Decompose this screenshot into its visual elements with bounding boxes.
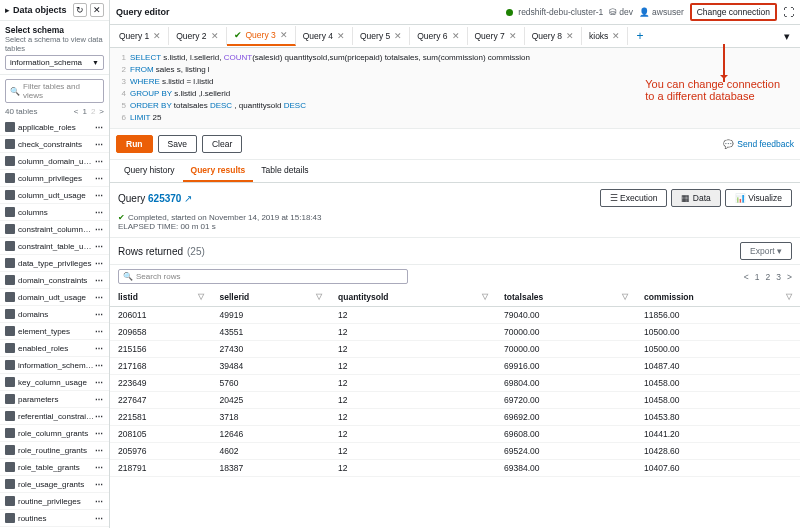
table-item[interactable]: applicable_roles⋯: [0, 119, 109, 136]
query-tab[interactable]: Query 8✕: [525, 27, 582, 45]
change-connection-button[interactable]: Change connection: [690, 3, 777, 21]
close-tab-icon[interactable]: ✕: [452, 31, 460, 41]
table-row[interactable]: 208105126461269608.0010441.20: [110, 426, 800, 443]
cluster-link[interactable]: redshift-debu-cluster-1: [506, 7, 603, 17]
table-item[interactable]: domains⋯: [0, 306, 109, 323]
sort-icon[interactable]: ▽: [482, 292, 488, 301]
close-tab-icon[interactable]: ✕: [612, 31, 620, 41]
page-prev[interactable]: <: [74, 107, 79, 116]
save-button[interactable]: Save: [158, 135, 197, 153]
table-row[interactable]: 215156274301270000.0010500.00: [110, 341, 800, 358]
table-menu-icon[interactable]: ⋯: [95, 123, 104, 132]
table-item[interactable]: role_routine_grants⋯: [0, 442, 109, 459]
table-menu-icon[interactable]: ⋯: [95, 514, 104, 523]
external-link-icon[interactable]: ↗: [184, 193, 192, 204]
filter-input[interactable]: 🔍 Filter tables and views: [5, 79, 104, 103]
table-item[interactable]: domain_constraints⋯: [0, 272, 109, 289]
table-menu-icon[interactable]: ⋯: [95, 429, 104, 438]
table-menu-icon[interactable]: ⋯: [95, 208, 104, 217]
sort-icon[interactable]: ▽: [786, 292, 792, 301]
table-menu-icon[interactable]: ⋯: [95, 174, 104, 183]
table-row[interactable]: 218791183871269384.0010407.60: [110, 460, 800, 477]
table-item[interactable]: routine_privileges⋯: [0, 493, 109, 510]
table-menu-icon[interactable]: ⋯: [95, 191, 104, 200]
table-item[interactable]: constraint_column_usage⋯: [0, 221, 109, 238]
table-item[interactable]: constraint_table_usage⋯: [0, 238, 109, 255]
table-item[interactable]: element_types⋯: [0, 323, 109, 340]
execution-button[interactable]: ☰ Execution: [600, 189, 668, 207]
table-menu-icon[interactable]: ⋯: [95, 140, 104, 149]
sql-editor[interactable]: 123456 SELECT s.listid, l.sellerid, COUN…: [110, 48, 800, 129]
database-link[interactable]: ⛁ dev: [609, 7, 633, 17]
table-menu-icon[interactable]: ⋯: [95, 310, 104, 319]
data-button[interactable]: ▦ Data: [671, 189, 720, 207]
page-1[interactable]: 1: [755, 272, 760, 282]
table-item[interactable]: column_privileges⋯: [0, 170, 109, 187]
page-3[interactable]: 3: [776, 272, 781, 282]
schema-select[interactable]: information_schema ▼: [5, 55, 104, 70]
query-tab[interactable]: kioks✕: [582, 27, 628, 45]
table-item[interactable]: data_type_privileges⋯: [0, 255, 109, 272]
table-item[interactable]: routines⋯: [0, 510, 109, 527]
table-item[interactable]: role_column_grants⋯: [0, 425, 109, 442]
table-menu-icon[interactable]: ⋯: [95, 344, 104, 353]
sort-icon[interactable]: ▽: [198, 292, 204, 301]
sort-icon[interactable]: ▽: [316, 292, 322, 301]
column-header[interactable]: commission▽: [636, 288, 800, 307]
table-item[interactable]: enabled_roles⋯: [0, 340, 109, 357]
table-item[interactable]: referential_constraints⋯: [0, 408, 109, 425]
table-item[interactable]: check_constraints⋯: [0, 136, 109, 153]
table-row[interactable]: 217168394841269916.0010487.40: [110, 358, 800, 375]
table-item[interactable]: column_udt_usage⋯: [0, 187, 109, 204]
query-id-link[interactable]: 625370: [148, 193, 181, 204]
close-panel-icon[interactable]: ✕: [90, 3, 104, 17]
table-item[interactable]: domain_udt_usage⋯: [0, 289, 109, 306]
table-menu-icon[interactable]: ⋯: [95, 225, 104, 234]
table-row[interactable]: 20597646021269524.0010428.60: [110, 443, 800, 460]
table-row[interactable]: 22158137181269692.0010453.80: [110, 409, 800, 426]
tab-query-history[interactable]: Query history: [116, 160, 183, 182]
table-item[interactable]: parameters⋯: [0, 391, 109, 408]
refresh-icon[interactable]: ↻: [73, 3, 87, 17]
column-header[interactable]: totalsales▽: [496, 288, 636, 307]
search-rows-input[interactable]: 🔍Search rows: [118, 269, 408, 284]
table-row[interactable]: 22364957601269804.0010458.00: [110, 375, 800, 392]
table-menu-icon[interactable]: ⋯: [95, 361, 104, 370]
table-menu-icon[interactable]: ⋯: [95, 446, 104, 455]
table-item[interactable]: key_column_usage⋯: [0, 374, 109, 391]
table-row[interactable]: 209658435511270000.0010500.00: [110, 324, 800, 341]
query-tab[interactable]: Query 1✕: [112, 27, 169, 45]
clear-button[interactable]: Clear: [202, 135, 242, 153]
column-header[interactable]: quantitysold▽: [330, 288, 496, 307]
close-tab-icon[interactable]: ✕: [566, 31, 574, 41]
table-menu-icon[interactable]: ⋯: [95, 395, 104, 404]
column-header[interactable]: sellerid▽: [212, 288, 330, 307]
rows-next[interactable]: >: [787, 272, 792, 282]
table-menu-icon[interactable]: ⋯: [95, 259, 104, 268]
user-link[interactable]: 👤 awsuser: [639, 7, 684, 17]
export-button[interactable]: Export ▾: [740, 242, 792, 260]
tab-query-results[interactable]: Query results: [183, 160, 254, 182]
table-menu-icon[interactable]: ⋯: [95, 157, 104, 166]
page-2[interactable]: 2: [766, 272, 771, 282]
query-tab[interactable]: Query 2✕: [169, 27, 226, 45]
new-tab-button[interactable]: +: [628, 25, 651, 47]
table-item[interactable]: role_table_grants⋯: [0, 459, 109, 476]
table-menu-icon[interactable]: ⋯: [95, 242, 104, 251]
feedback-link[interactable]: 💬 Send feedback: [723, 139, 794, 149]
table-menu-icon[interactable]: ⋯: [95, 463, 104, 472]
table-item[interactable]: columns⋯: [0, 204, 109, 221]
tab-table-details[interactable]: Table details: [253, 160, 316, 182]
close-tab-icon[interactable]: ✕: [337, 31, 345, 41]
close-tab-icon[interactable]: ✕: [280, 30, 288, 40]
table-menu-icon[interactable]: ⋯: [95, 412, 104, 421]
query-tab[interactable]: Query 4✕: [296, 27, 353, 45]
column-header[interactable]: listid▽: [110, 288, 212, 307]
table-menu-icon[interactable]: ⋯: [95, 480, 104, 489]
query-tab[interactable]: Query 7✕: [468, 27, 525, 45]
close-tab-icon[interactable]: ✕: [153, 31, 161, 41]
table-menu-icon[interactable]: ⋯: [95, 378, 104, 387]
fullscreen-icon[interactable]: ⛶: [783, 6, 794, 18]
rows-prev[interactable]: <: [744, 272, 749, 282]
table-item[interactable]: role_usage_grants⋯: [0, 476, 109, 493]
